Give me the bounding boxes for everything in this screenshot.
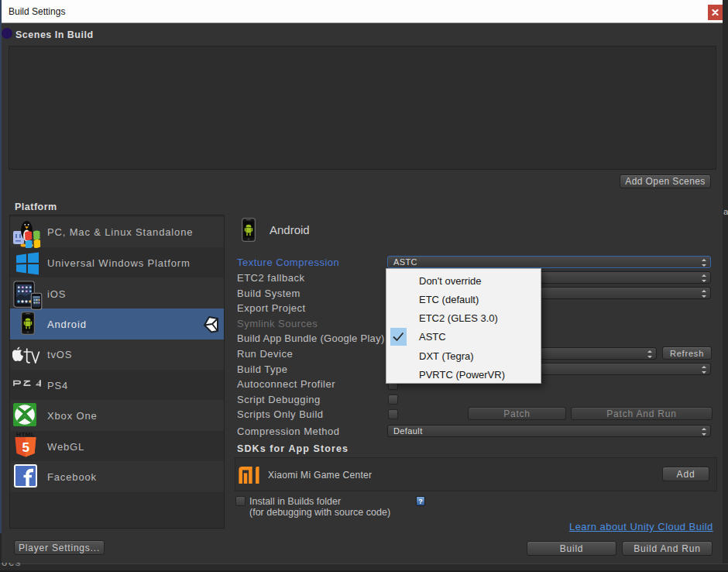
svg-text:5: 5: [22, 440, 29, 455]
